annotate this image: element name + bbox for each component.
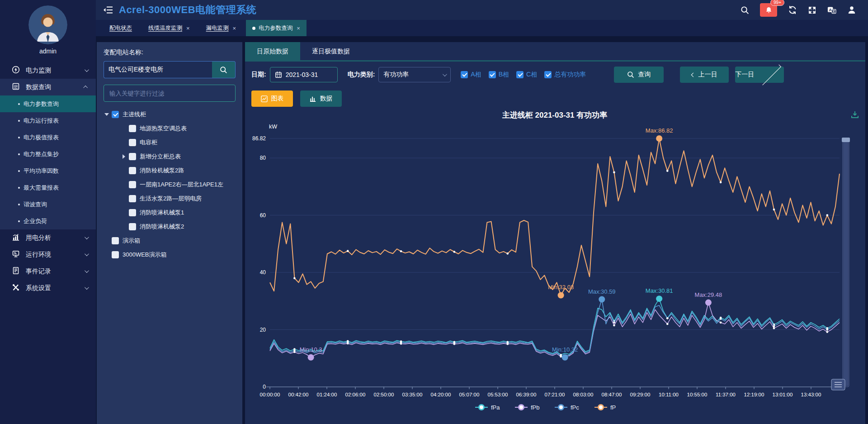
phase-checkbox[interactable]: B相 bbox=[489, 71, 509, 79]
search-icon bbox=[220, 66, 227, 74]
data-view-button[interactable]: 数据 bbox=[300, 91, 342, 107]
data-point-marker bbox=[773, 327, 775, 329]
x-tick-label: 13:01:00 bbox=[773, 392, 793, 397]
tree-checkbox[interactable] bbox=[129, 223, 136, 230]
data-point-marker bbox=[506, 252, 509, 255]
sidebar-subitem[interactable]: 企业负荷 bbox=[0, 213, 96, 229]
x-tick-label: 08:03:00 bbox=[573, 392, 594, 397]
tree-checkbox[interactable] bbox=[112, 111, 119, 118]
tree-node[interactable]: 消防喷淋机械泵1 bbox=[104, 205, 236, 219]
y-tick-label: 80 bbox=[260, 155, 266, 161]
sidebar-item-label: 数据查询 bbox=[26, 83, 51, 91]
close-icon[interactable]: × bbox=[186, 25, 190, 32]
tree-node[interactable]: 主进线柜 bbox=[104, 107, 236, 121]
chart-zoom-handle-top[interactable] bbox=[842, 138, 850, 142]
tree-checkbox[interactable] bbox=[112, 237, 119, 244]
window-tab[interactable]: 电力参数查询× bbox=[246, 20, 307, 36]
tree-node[interactable]: 一层南1APE2右—层北1APE1左 bbox=[104, 177, 236, 191]
avatar[interactable] bbox=[28, 5, 67, 44]
x-tick-label: 06:39:00 bbox=[516, 392, 537, 397]
markpoint-label: Min:32.03 bbox=[548, 284, 574, 291]
sidebar-item[interactable]: 用电分析 bbox=[0, 229, 96, 246]
tree-filter-input[interactable] bbox=[104, 85, 236, 102]
checkbox-checked-icon[interactable] bbox=[516, 71, 524, 78]
tree-node[interactable]: 消防栓机械泵2路 bbox=[104, 163, 236, 177]
data-point-marker bbox=[453, 251, 456, 253]
tree-node[interactable]: 演示箱 bbox=[104, 233, 236, 248]
sidebar-subitem[interactable]: 电力参数查询 bbox=[0, 95, 96, 112]
query-button[interactable]: 查询 bbox=[614, 67, 664, 83]
prev-day-button[interactable]: 上一日 bbox=[680, 67, 729, 83]
sidebar-item[interactable]: 电力监测 bbox=[0, 62, 96, 79]
window-tab[interactable]: 配电状态 bbox=[103, 20, 138, 36]
caret-right-icon[interactable] bbox=[121, 154, 127, 159]
sidebar-item-label: 用电分析 bbox=[26, 234, 51, 242]
window-tab[interactable]: 漏电监测× bbox=[200, 20, 243, 36]
sidebar-subitem[interactable]: 电力整点集抄 bbox=[0, 146, 96, 162]
sidebar-item[interactable]: 数据查询 bbox=[0, 79, 96, 95]
tree-checkbox[interactable] bbox=[129, 139, 136, 146]
category-value: 有功功率 bbox=[383, 71, 409, 79]
sidebar-subitem[interactable]: 谐波查询 bbox=[0, 196, 96, 213]
phase-checkbox[interactable]: 总有功功率 bbox=[544, 71, 586, 79]
checkbox-checked-icon[interactable] bbox=[461, 71, 468, 78]
tree-node[interactable]: 生活水泵2路—层弱电房 bbox=[104, 191, 236, 205]
search-icon[interactable] bbox=[741, 6, 749, 14]
tree-node[interactable]: 电容柜 bbox=[104, 135, 236, 149]
markpoint-max-fPb bbox=[705, 300, 712, 306]
x-tick-label: 02:06:00 bbox=[345, 392, 366, 397]
date-picker[interactable]: 2021-03-31 bbox=[270, 67, 338, 82]
data-view-tab[interactable]: 逐日极值数据 bbox=[300, 42, 362, 60]
tree-checkbox[interactable] bbox=[129, 209, 136, 216]
legend-item-fPa[interactable]: fPa bbox=[475, 404, 500, 411]
refresh-icon[interactable] bbox=[788, 5, 797, 14]
language-icon[interactable]: A bbox=[827, 6, 836, 14]
chart-zoom-filler[interactable] bbox=[844, 139, 849, 386]
notifications-button[interactable]: 99+ bbox=[760, 3, 777, 17]
sidebar-item[interactable]: 运行环境 bbox=[0, 246, 96, 263]
user-icon[interactable] bbox=[847, 5, 856, 14]
legend-item-fPc[interactable]: fPc bbox=[555, 404, 579, 411]
checkbox-checked-icon[interactable] bbox=[544, 71, 552, 78]
phase-checkbox[interactable]: A相 bbox=[461, 71, 481, 79]
data-point-marker bbox=[666, 323, 669, 325]
tree-node[interactable]: 地源热泵空调总表 bbox=[104, 121, 236, 135]
caret-down-icon[interactable] bbox=[104, 113, 110, 116]
station-input[interactable] bbox=[104, 61, 212, 78]
data-view-tab[interactable]: 日原始数据 bbox=[245, 42, 300, 60]
next-day-button[interactable]: 下一日 bbox=[735, 67, 784, 83]
sidebar-item[interactable]: 事件记录 bbox=[0, 263, 96, 280]
sidebar-subitem[interactable]: 电力运行报表 bbox=[0, 112, 96, 129]
x-tick-label: 08:47:00 bbox=[602, 392, 622, 397]
window-tab[interactable]: 线缆温度监测× bbox=[142, 20, 196, 36]
tree-checkbox[interactable] bbox=[129, 167, 136, 174]
data-point-marker bbox=[293, 349, 296, 352]
sidebar-subitem[interactable]: 电力极值报表 bbox=[0, 129, 96, 146]
legend-item-fPb[interactable]: fPb bbox=[515, 404, 540, 411]
checkbox-checked-icon[interactable] bbox=[489, 71, 496, 78]
chevron-left-icon bbox=[691, 72, 695, 77]
menu-collapse-icon[interactable] bbox=[103, 6, 113, 14]
tree-checkbox[interactable] bbox=[129, 181, 136, 188]
nav-group-event: 事件记录 bbox=[0, 263, 96, 280]
category-select[interactable]: 有功功率 bbox=[378, 67, 451, 82]
fullscreen-icon[interactable] bbox=[808, 6, 816, 14]
phase-checkbox[interactable]: C相 bbox=[516, 71, 537, 79]
tree-node[interactable]: 消防喷淋机械泵2 bbox=[104, 219, 236, 233]
download-icon[interactable] bbox=[851, 110, 859, 120]
tree-checkbox[interactable] bbox=[112, 251, 119, 258]
tree-node[interactable]: 3000WEB演示箱 bbox=[104, 248, 236, 262]
tree-node[interactable]: 新增分立柜总表 bbox=[104, 149, 236, 163]
tree-checkbox[interactable] bbox=[129, 125, 136, 132]
chart-view-button[interactable]: 图表 bbox=[251, 91, 293, 107]
close-icon[interactable]: × bbox=[297, 25, 300, 32]
station-search-button[interactable] bbox=[212, 61, 236, 78]
tree-checkbox[interactable] bbox=[129, 153, 136, 160]
legend-item-fP[interactable]: fP bbox=[594, 404, 616, 411]
sidebar-subitem[interactable]: 平均功率因数 bbox=[0, 162, 96, 179]
sidebar-item[interactable]: 系统设置 bbox=[0, 280, 96, 296]
sidebar-subitem[interactable]: 最大需量报表 bbox=[0, 179, 96, 196]
tree-checkbox[interactable] bbox=[129, 195, 136, 202]
sidebar-item-label: 运行环境 bbox=[26, 251, 51, 259]
close-icon[interactable]: × bbox=[233, 25, 236, 32]
